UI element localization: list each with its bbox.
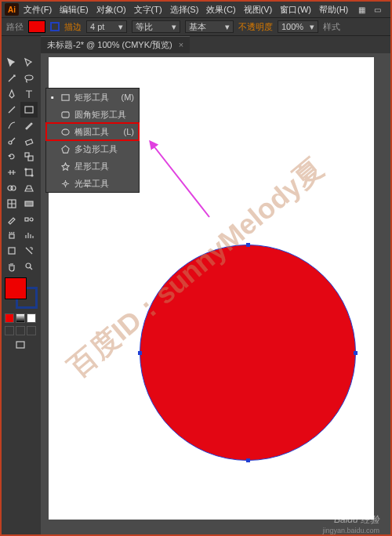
menu-edit[interactable]: 编辑(E) xyxy=(56,2,92,17)
annotation-arrow xyxy=(147,139,217,225)
eyedropper-tool[interactable] xyxy=(3,212,20,227)
menu-object[interactable]: 对象(O) xyxy=(93,2,129,17)
free-transform-tool[interactable] xyxy=(20,165,38,180)
pencil-tool[interactable] xyxy=(20,118,38,133)
menu-effect[interactable]: 效果(C) xyxy=(203,2,238,17)
flyout-rounded-rect[interactable]: 圆角矩形工具 xyxy=(46,106,139,123)
draw-behind-icon[interactable] xyxy=(16,326,25,335)
menu-select[interactable]: 选择(S) xyxy=(167,2,202,17)
stroke-swatch[interactable] xyxy=(50,22,60,31)
draw-inside-icon[interactable] xyxy=(27,326,36,335)
eraser-tool[interactable] xyxy=(20,133,38,149)
flyout-label: 椭圆工具 xyxy=(74,126,109,138)
menu-file[interactable]: 文件(F) xyxy=(20,2,55,17)
type-tool[interactable] xyxy=(20,86,38,102)
anchor-point[interactable] xyxy=(246,458,250,462)
menu-view[interactable]: 视图(V) xyxy=(241,2,276,17)
none-mode-icon[interactable] xyxy=(27,313,36,323)
draw-normal-icon[interactable] xyxy=(5,326,14,335)
svg-rect-15 xyxy=(9,234,14,238)
selection-tool[interactable] xyxy=(3,55,20,71)
flyout-flare[interactable]: 光晕工具 xyxy=(46,175,139,192)
arrange-icon[interactable]: ▭ xyxy=(372,4,383,15)
artboard-tool[interactable] xyxy=(3,243,20,259)
menu-type[interactable]: 文字(T) xyxy=(131,2,165,17)
opacity-input[interactable]: 100%▾ xyxy=(278,20,318,33)
tools-panel xyxy=(2,53,41,534)
shape-builder-tool[interactable] xyxy=(3,180,20,196)
magic-wand-tool[interactable] xyxy=(3,71,20,86)
ellipse-shape[interactable] xyxy=(140,244,356,461)
width-tool[interactable] xyxy=(3,165,20,180)
shape-tool-flyout: ▪ 矩形工具 (M) 圆角矩形工具 椭圆工具 (L) 多边形工具 星形工具 光晕… xyxy=(45,88,140,193)
polygon-icon xyxy=(60,144,70,154)
svg-rect-1 xyxy=(25,107,33,113)
fill-stroke-control[interactable] xyxy=(5,277,38,309)
gradient-tool[interactable] xyxy=(20,196,38,212)
svg-rect-13 xyxy=(25,218,28,221)
path-label: 路径 xyxy=(6,21,24,33)
direct-selection-tool[interactable] xyxy=(20,55,38,71)
lasso-tool[interactable] xyxy=(20,71,38,86)
fill-color[interactable] xyxy=(5,277,27,299)
pen-tool[interactable] xyxy=(3,86,20,102)
column-graph-tool[interactable] xyxy=(20,227,38,243)
rectangle-icon xyxy=(60,92,70,102)
ellipse-icon xyxy=(60,127,70,136)
flyout-label: 矩形工具 xyxy=(74,92,109,103)
svg-point-7 xyxy=(25,168,27,170)
flyout-star[interactable]: 星形工具 xyxy=(46,158,139,175)
line-tool[interactable] xyxy=(3,102,20,118)
document-tabs: 未标题-2* @ 100% (CMYK/预览)× xyxy=(2,36,390,53)
close-icon[interactable]: × xyxy=(179,40,183,49)
svg-rect-12 xyxy=(25,201,33,206)
svg-point-24 xyxy=(64,182,67,185)
slice-tool[interactable] xyxy=(20,243,38,259)
blob-brush-tool[interactable] xyxy=(3,133,20,149)
profile-dd[interactable]: 等比▾ xyxy=(132,20,180,33)
fill-swatch[interactable] xyxy=(28,20,45,33)
brush-dd[interactable]: 基本▾ xyxy=(185,20,234,33)
app-logo: Ai xyxy=(5,3,19,16)
paintbrush-tool[interactable] xyxy=(3,118,20,133)
anchor-point[interactable] xyxy=(246,243,250,247)
perspective-grid-tool[interactable] xyxy=(20,180,38,196)
flyout-polygon[interactable]: 多边形工具 xyxy=(46,140,139,158)
mesh-tool[interactable] xyxy=(3,196,20,212)
menu-bar: Ai 文件(F) 编辑(E) 对象(O) 文字(T) 选择(S) 效果(C) 视… xyxy=(2,2,390,17)
blend-tool[interactable] xyxy=(20,212,38,227)
anchor-point[interactable] xyxy=(138,351,142,355)
svg-point-0 xyxy=(25,75,33,80)
hand-tool[interactable] xyxy=(3,259,20,274)
document-tab[interactable]: 未标题-2* @ 100% (CMYK/预览)× xyxy=(41,36,190,53)
svg-point-10 xyxy=(11,186,16,190)
rectangle-tool[interactable] xyxy=(20,102,38,118)
flyout-ellipse[interactable]: 椭圆工具 (L) xyxy=(46,123,139,140)
flyout-shortcut: (L) xyxy=(124,127,134,136)
svg-line-25 xyxy=(153,145,209,217)
svg-point-14 xyxy=(30,218,33,221)
rounded-rect-icon xyxy=(60,110,70,119)
svg-marker-23 xyxy=(61,162,68,169)
zoom-tool[interactable] xyxy=(20,259,38,274)
menu-window[interactable]: 窗口(W) xyxy=(277,2,314,17)
opacity-label: 不透明度 xyxy=(238,21,273,33)
stroke-label: 描边 xyxy=(64,21,82,33)
color-mode-icon[interactable] xyxy=(5,313,14,323)
svg-rect-19 xyxy=(61,94,68,100)
screen-mode-tool[interactable] xyxy=(3,337,38,353)
scale-tool[interactable] xyxy=(20,149,38,165)
svg-point-21 xyxy=(61,129,68,134)
svg-point-8 xyxy=(31,175,33,176)
options-bar: 路径 描边 4 pt▾ 等比▾ 基本▾ 不透明度 100%▾ 样式 xyxy=(2,17,390,36)
baidu-url: jingyan.baidu.com xyxy=(322,527,379,534)
rotate-tool[interactable] xyxy=(3,149,20,165)
menu-help[interactable]: 帮助(H) xyxy=(316,2,351,17)
stroke-weight[interactable]: 4 pt▾ xyxy=(86,20,127,33)
symbol-sprayer-tool[interactable] xyxy=(3,227,20,243)
flyout-rectangle[interactable]: ▪ 矩形工具 (M) xyxy=(46,89,139,106)
bridge-icon[interactable]: ▦ xyxy=(356,4,367,15)
anchor-point[interactable] xyxy=(354,351,358,355)
gradient-mode-icon[interactable] xyxy=(16,313,25,323)
star-icon xyxy=(60,161,70,171)
